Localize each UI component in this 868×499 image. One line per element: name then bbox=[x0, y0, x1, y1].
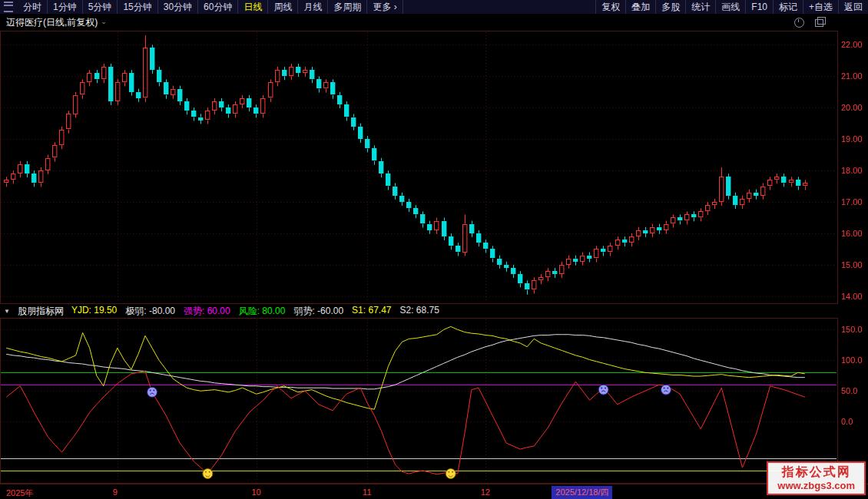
toolbar-action[interactable]: 返回 bbox=[838, 0, 868, 14]
indicator-param: 风险: 80.00 bbox=[239, 305, 286, 318]
toolbar-action[interactable]: 多股 bbox=[655, 0, 685, 14]
toolbar-item[interactable]: 月线 bbox=[298, 0, 328, 14]
main-price-chart[interactable] bbox=[0, 31, 868, 304]
selected-date-label: 2025/12/18/四 bbox=[552, 486, 612, 499]
toolbar-item[interactable]: 多周期 bbox=[328, 0, 367, 14]
toolbar-item[interactable]: 1分钟 bbox=[48, 0, 83, 14]
title-bar: 迈得医疗(日线,前复权) ⌄ bbox=[0, 14, 868, 31]
indicator-chart[interactable] bbox=[0, 318, 868, 484]
triangle-down-icon[interactable]: ▼ bbox=[4, 308, 10, 315]
indicator-param: 极弱: -80.00 bbox=[125, 305, 175, 318]
indicator-header: ▼ 股朋指标网 YJD: 19.50极弱: -80.00强势: 60.00风险:… bbox=[0, 304, 868, 318]
stock-title[interactable]: 迈得医疗(日线,前复权) bbox=[6, 16, 98, 29]
month-label: 9 bbox=[113, 487, 118, 497]
watermark-site-name: 指标公式网 bbox=[777, 464, 855, 480]
indicator-name[interactable]: 股朋指标网 bbox=[18, 305, 64, 318]
watermark-site-url: www.zbgs3.com bbox=[777, 480, 855, 492]
date-axis: 2025年91011122025/12/18/四 bbox=[0, 484, 868, 499]
toolbar-action[interactable]: 画线 bbox=[715, 0, 745, 14]
year-label: 2025年 bbox=[6, 487, 33, 499]
toolbar-action[interactable]: 统计 bbox=[685, 0, 715, 14]
clock-icon[interactable] bbox=[794, 18, 804, 28]
indicator-param: 强势: 60.00 bbox=[184, 305, 230, 318]
toolbar-item[interactable]: 周线 bbox=[268, 0, 298, 14]
toolbar-item[interactable]: 15分钟 bbox=[118, 0, 157, 14]
toolbar-item[interactable]: 30分钟 bbox=[158, 0, 198, 14]
month-label: 10 bbox=[251, 487, 260, 497]
chevron-down-icon[interactable]: ⌄ bbox=[101, 18, 107, 25]
toolbar-action[interactable]: F10 bbox=[745, 0, 773, 14]
toolbar-item[interactable]: 分时 bbox=[18, 0, 48, 14]
toolbar-action[interactable]: 叠加 bbox=[625, 0, 655, 14]
indicator-param: S1: 67.47 bbox=[352, 305, 391, 318]
indicator-param: YJD: 19.50 bbox=[71, 305, 117, 318]
trading-app-window: 分时1分钟5分钟15分钟30分钟60分钟日线周线月线多周期更多 › 复权叠加多股… bbox=[0, 0, 868, 499]
toolbar-action[interactable]: 标记 bbox=[773, 0, 803, 14]
watermark: 指标公式网 www.zbgs3.com bbox=[767, 461, 866, 495]
toolbar-item[interactable]: 60分钟 bbox=[198, 0, 238, 14]
toolbar-action[interactable]: 复权 bbox=[595, 0, 625, 14]
split-window-icon[interactable] bbox=[815, 19, 823, 27]
grid-menu-icon[interactable] bbox=[4, 2, 13, 12]
month-label: 12 bbox=[481, 487, 490, 497]
period-toolbar: 分时1分钟5分钟15分钟30分钟60分钟日线周线月线多周期更多 › 复权叠加多股… bbox=[0, 0, 868, 14]
toolbar-item[interactable]: 日线 bbox=[238, 0, 268, 14]
toolbar-item[interactable]: 5分钟 bbox=[83, 0, 118, 14]
month-label: 11 bbox=[363, 487, 371, 497]
toolbar-periods: 分时1分钟5分钟15分钟30分钟60分钟日线周线月线多周期更多 › bbox=[18, 0, 403, 14]
indicator-param: 弱势: -60.00 bbox=[293, 305, 343, 318]
toolbar-item[interactable]: 更多 › bbox=[367, 0, 403, 14]
toolbar-action[interactable]: +自选 bbox=[803, 0, 838, 14]
toolbar-actions: 复权叠加多股统计画线F10标记+自选返回 bbox=[595, 0, 868, 14]
indicator-params: YJD: 19.50极弱: -80.00强势: 60.00风险: 80.00弱势… bbox=[71, 305, 439, 318]
title-icons bbox=[794, 18, 823, 28]
indicator-param: S2: 68.75 bbox=[399, 305, 439, 318]
